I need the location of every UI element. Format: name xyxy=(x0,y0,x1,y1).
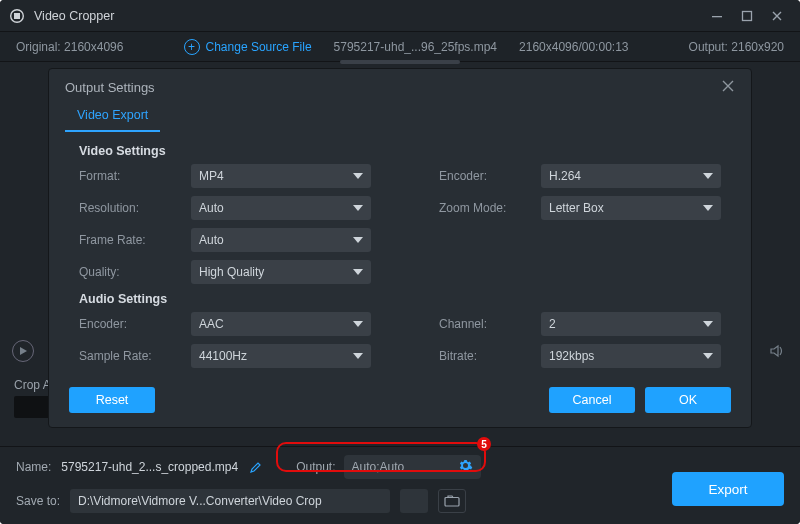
framerate-label: Frame Rate: xyxy=(79,233,179,247)
crop-area-label: Crop A xyxy=(14,378,51,392)
cancel-button[interactable]: Cancel xyxy=(549,387,635,413)
play-icon[interactable] xyxy=(12,340,34,362)
chevron-down-icon xyxy=(353,173,363,179)
zoom-mode-select[interactable]: Letter Box xyxy=(541,196,721,220)
video-encoder-label: Encoder: xyxy=(439,169,529,183)
save-path-field[interactable]: D:\Vidmore\Vidmore V...Converter\Video C… xyxy=(70,489,390,513)
output-preset-group: Output: Auto;Auto xyxy=(296,455,480,479)
titlebar: Video Cropper xyxy=(0,0,800,32)
format-label: Format: xyxy=(79,169,179,183)
output-settings-gear-button[interactable] xyxy=(458,458,473,476)
chevron-down-icon xyxy=(703,173,713,179)
bitrate-select[interactable]: 192kbps xyxy=(541,344,721,368)
svg-rect-3 xyxy=(743,11,752,20)
svg-marker-4 xyxy=(20,347,27,355)
dialog-close-button[interactable] xyxy=(721,79,735,96)
chevron-down-icon xyxy=(353,205,363,211)
volume-icon[interactable] xyxy=(766,340,788,362)
edit-name-button[interactable] xyxy=(248,460,262,474)
source-filename: 5795217-uhd_...96_25fps.mp4 xyxy=(334,40,497,54)
channel-select[interactable]: 2 xyxy=(541,312,721,336)
app-logo-icon xyxy=(8,7,26,25)
close-button[interactable] xyxy=(762,6,792,26)
resolution-select[interactable]: Auto xyxy=(191,196,371,220)
chevron-down-icon xyxy=(703,353,713,359)
change-source-button[interactable]: + Change Source File xyxy=(184,39,312,55)
output-label: Output: xyxy=(296,460,335,474)
plus-circle-icon: + xyxy=(184,39,200,55)
app-window: Video Cropper Original: 2160x4096 + Chan… xyxy=(0,0,800,524)
format-select[interactable]: MP4 xyxy=(191,164,371,188)
name-label: Name: xyxy=(16,460,51,474)
chevron-down-icon xyxy=(353,353,363,359)
quality-label: Quality: xyxy=(79,265,179,279)
app-title: Video Cropper xyxy=(34,9,114,23)
quality-select[interactable]: High Quality xyxy=(191,260,371,284)
minimize-button[interactable] xyxy=(702,6,732,26)
output-name: 5795217-uhd_2...s_cropped.mp4 xyxy=(61,460,238,474)
svg-rect-5 xyxy=(445,498,459,507)
chevron-down-icon xyxy=(703,321,713,327)
samplerate-label: Sample Rate: xyxy=(79,349,179,363)
channel-label: Channel: xyxy=(439,317,529,331)
svg-rect-1 xyxy=(14,13,20,19)
crop-preview-thumb xyxy=(14,396,50,418)
open-folder-button[interactable] xyxy=(438,489,466,513)
audio-encoder-label: Encoder: xyxy=(79,317,179,331)
original-info: Original: 2160x4096 xyxy=(16,40,123,54)
framerate-select[interactable]: Auto xyxy=(191,228,371,252)
export-button[interactable]: Export xyxy=(672,472,784,506)
video-encoder-select[interactable]: H.264 xyxy=(541,164,721,188)
video-settings-heading: Video Settings xyxy=(79,144,721,158)
resolution-label: Resolution: xyxy=(79,201,179,215)
preview-tab-handle xyxy=(340,60,460,64)
output-settings-dialog: Output Settings Video Export Video Setti… xyxy=(48,68,752,428)
chevron-down-icon xyxy=(703,205,713,211)
output-preset-value: Auto;Auto xyxy=(352,460,452,474)
ok-button[interactable]: OK xyxy=(645,387,731,413)
tab-video-export[interactable]: Video Export xyxy=(65,102,160,132)
source-meta: 2160x4096/00:00:13 xyxy=(519,40,628,54)
bitrate-label: Bitrate: xyxy=(439,349,529,363)
output-info: Output: 2160x920 xyxy=(689,40,784,54)
reset-button[interactable]: Reset xyxy=(69,387,155,413)
info-strip: Original: 2160x4096 + Change Source File… xyxy=(0,32,800,62)
dialog-title: Output Settings xyxy=(65,80,155,95)
audio-settings-heading: Audio Settings xyxy=(79,292,721,306)
maximize-button[interactable] xyxy=(732,6,762,26)
zoom-mode-label: Zoom Mode: xyxy=(439,201,529,215)
audio-encoder-select[interactable]: AAC xyxy=(191,312,371,336)
chevron-down-icon xyxy=(353,269,363,275)
chevron-down-icon xyxy=(353,321,363,327)
samplerate-select[interactable]: 44100Hz xyxy=(191,344,371,368)
save-to-label: Save to: xyxy=(16,494,60,508)
bottom-bar: Name: 5795217-uhd_2...s_cropped.mp4 Outp… xyxy=(0,446,800,524)
save-path-dropdown[interactable] xyxy=(400,489,428,513)
chevron-down-icon xyxy=(353,237,363,243)
svg-rect-2 xyxy=(712,16,722,17)
